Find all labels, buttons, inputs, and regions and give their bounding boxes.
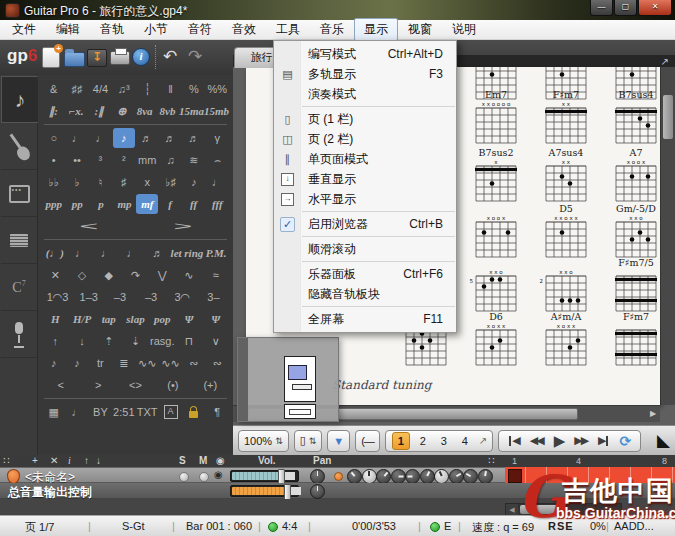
palette-cell[interactable]: ∿∿ xyxy=(136,353,159,373)
palette-cell[interactable]: ♩ xyxy=(119,243,145,263)
palette-cell[interactable]: ♬ xyxy=(135,128,159,148)
palette-cell[interactable]: ▦ xyxy=(42,402,65,422)
move-down-icon[interactable]: ↓ xyxy=(96,455,101,466)
palette-cell[interactable]: ⌐x. xyxy=(65,101,88,121)
mixer-knob[interactable] xyxy=(434,469,449,484)
palette-cell[interactable]: tap xyxy=(95,309,122,329)
solo-toggle[interactable] xyxy=(179,472,189,482)
chord-tool-button[interactable]: C7 xyxy=(1,265,37,311)
navigator-panel[interactable] xyxy=(237,337,339,422)
menu-item-显示[interactable]: 显示 xyxy=(354,18,398,41)
palette-cell[interactable]: ⌢ xyxy=(206,150,229,170)
menu-item-音乐[interactable]: 音乐 xyxy=(310,18,354,41)
go-to-start-button[interactable]: ◀ xyxy=(508,434,518,447)
palette-cell[interactable]: ♩ xyxy=(68,243,94,263)
palette-cell[interactable]: ↓ xyxy=(69,331,96,351)
spinner-icon[interactable]: ⇅ xyxy=(309,436,317,446)
display-menu-item[interactable]: ✓启用浏览器Ctrl+B xyxy=(274,214,456,234)
palette-cell[interactable]: ✕ xyxy=(42,265,69,285)
palette-cell[interactable]: ² xyxy=(112,150,135,170)
mixer-knob[interactable] xyxy=(478,469,493,484)
mixer-knob[interactable] xyxy=(449,469,464,484)
palette-cell[interactable]: ♪ xyxy=(65,353,88,373)
palette-cell[interactable]: ↷ xyxy=(122,265,149,285)
palette-cell[interactable]: ∾ xyxy=(206,353,229,373)
palette-cell[interactable]: ‖ xyxy=(159,79,182,99)
palette-cell[interactable]: –3 xyxy=(104,287,135,307)
palette-cell[interactable]: γ xyxy=(205,128,229,148)
track-volume-slider[interactable] xyxy=(230,470,299,482)
mute-toggle[interactable] xyxy=(199,472,209,482)
visibility-eye-icon[interactable]: ◉ xyxy=(214,469,223,480)
palette-cell[interactable]: TXT xyxy=(136,402,159,422)
palette-cell[interactable]: (•) xyxy=(154,375,191,395)
palette-cell[interactable]: rasg. xyxy=(149,331,176,351)
menu-item-音符[interactable]: 音符 xyxy=(178,18,222,41)
master-volume-slider[interactable] xyxy=(230,485,299,497)
palette-cell[interactable]: :∥ xyxy=(88,101,111,121)
navigator-viewport[interactable] xyxy=(288,365,307,380)
palette-cell[interactable]: ♯♯ xyxy=(65,79,88,99)
palette-cell[interactable]: f xyxy=(158,194,182,214)
palette-cell[interactable]: • xyxy=(42,150,65,170)
palette-cell[interactable]: <> xyxy=(117,375,154,395)
display-menu-item[interactable]: 编写模式Ctrl+Alt+D xyxy=(274,44,456,64)
palette-cell[interactable]: ⊓ xyxy=(176,331,203,351)
display-menu-item[interactable]: ∥单页面模式 xyxy=(274,149,456,169)
display-menu-item[interactable]: 全屏幕F11 xyxy=(274,309,456,329)
palette-cell[interactable]: ♪ xyxy=(42,353,65,373)
palette-cell[interactable]: ┆ xyxy=(136,79,159,99)
display-menu-item[interactable]: ◫页 (2 栏) xyxy=(274,129,456,149)
palette-cell[interactable]: ³ xyxy=(89,150,112,170)
palette-cell[interactable]: mm xyxy=(136,150,159,170)
redo-icon[interactable]: ↷ xyxy=(188,46,202,67)
palette-cell[interactable]: ♪ xyxy=(113,128,135,148)
palette-cell[interactable]: ♬ xyxy=(158,128,182,148)
track-pan-knob[interactable] xyxy=(310,469,325,484)
palette-cell[interactable]: pp xyxy=(66,194,90,214)
move-up-icon[interactable]: ↑ xyxy=(84,455,89,466)
palette-cell[interactable]: tr xyxy=(89,353,112,373)
navigator-mini-page[interactable] xyxy=(284,356,316,402)
fast-forward-button[interactable]: ▶▶ xyxy=(574,434,587,447)
loop-icon[interactable]: ⟳ xyxy=(620,433,632,449)
expand-icon[interactable]: ↗ xyxy=(661,56,669,67)
palette-cell[interactable]: < xyxy=(42,375,79,395)
palette-cell[interactable]: let ring xyxy=(171,243,204,263)
remove-track-icon[interactable]: ✕ xyxy=(50,455,58,466)
display-menu-item[interactable]: 顺滑滚动 xyxy=(274,239,456,259)
page-button-4[interactable]: 4 xyxy=(457,433,473,449)
display-menu-item[interactable]: 乐器面板Ctrl+F6 xyxy=(274,264,456,284)
palette-cell[interactable]: 15ma xyxy=(179,101,204,121)
palette-cell[interactable]: BY xyxy=(89,402,112,422)
palette-cell[interactable]: 2:51 xyxy=(112,402,135,422)
record-dot[interactable] xyxy=(334,472,343,481)
palette-cell[interactable]: 8vb xyxy=(156,101,179,121)
open-file-icon[interactable] xyxy=(64,52,85,67)
palette-cell[interactable]: ≣ xyxy=(112,353,135,373)
menu-item-文件[interactable]: 文件 xyxy=(2,18,46,41)
mixer-knob[interactable] xyxy=(362,469,377,484)
amp-tool-button[interactable]: ••• xyxy=(1,171,37,217)
display-menu-item[interactable]: →水平显示 xyxy=(274,189,456,209)
palette-cell[interactable]: Ψ xyxy=(176,309,203,329)
palette-cell[interactable]: & xyxy=(42,79,65,99)
palette-cell[interactable]: > xyxy=(79,375,116,395)
display-menu-item[interactable]: ↓垂直显示 xyxy=(274,169,456,189)
palette-cell[interactable]: ♬ xyxy=(182,128,206,148)
palette-cell[interactable]: x xyxy=(136,172,159,192)
palette-cell[interactable]: ♭♭ xyxy=(42,172,65,192)
palette-cell[interactable]: •• xyxy=(65,150,88,170)
palette-cell[interactable]: ♩ xyxy=(206,172,229,192)
add-track-icon[interactable]: + xyxy=(32,455,38,466)
palette-cell[interactable]: 1◠3 xyxy=(42,287,73,307)
vertical-scrollbar-thumb[interactable] xyxy=(663,95,673,139)
page-button-3[interactable]: 3 xyxy=(436,433,452,449)
mixer-knob[interactable] xyxy=(420,469,435,484)
palette-cell[interactable]: H xyxy=(42,309,69,329)
palette-cell[interactable]: ⊕ xyxy=(110,101,133,121)
palette-cell[interactable]: p xyxy=(89,194,113,214)
mixer-knob[interactable] xyxy=(405,469,420,484)
menu-item-小节[interactable]: 小节 xyxy=(134,18,178,41)
palette-cell[interactable]: ♭ xyxy=(65,172,88,192)
